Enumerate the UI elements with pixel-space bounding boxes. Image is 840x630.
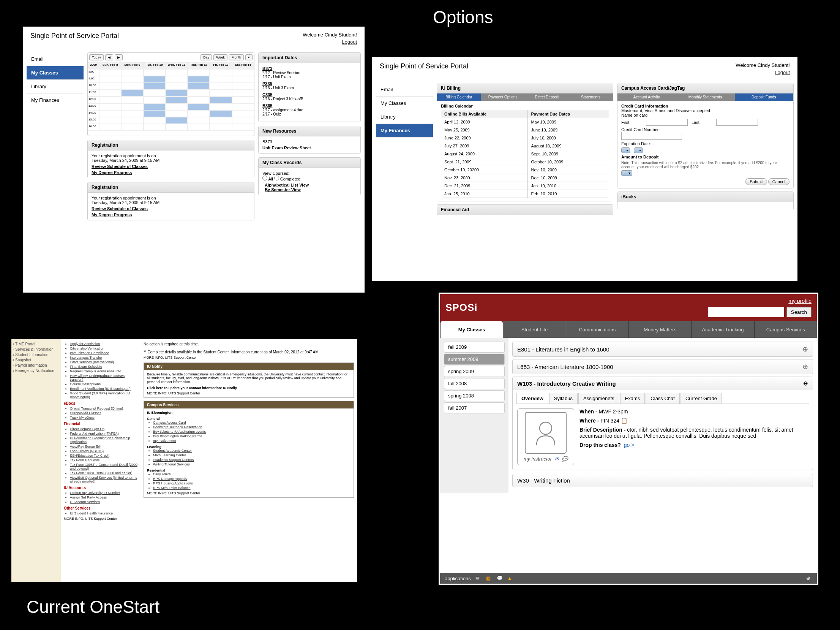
campus-link[interactable]: RPS Damage Appeals <box>153 477 351 481</box>
first-name-input[interactable] <box>646 119 688 126</box>
onestart-link[interactable]: Tax Form Requests <box>70 458 137 462</box>
card-tab-statements[interactable]: Monthly Statements <box>676 93 734 101</box>
course-subtab[interactable]: Syllabus <box>549 393 578 404</box>
onestart-link[interactable]: Citizenship Verification <box>70 347 137 350</box>
more-info-1[interactable]: MORE INFO: UITS Support Center <box>144 356 354 359</box>
bill-date[interactable]: August 24, 2009 <box>441 150 528 158</box>
nav-email[interactable]: Email <box>27 52 84 66</box>
chat-icon[interactable]: 💬 <box>562 456 568 462</box>
campus-link[interactable]: Buy Bloomington Parking Permit <box>153 434 351 438</box>
onestart-link[interactable]: Tax Form 1098T Detail (2008 and earlier) <box>70 471 137 475</box>
logout-link[interactable]: Logout <box>303 39 357 45</box>
submit-button[interactable]: Submit <box>745 178 767 185</box>
date-course[interactable]: P335 <box>262 81 357 86</box>
bill-date[interactable]: Sept. 21, 2009 <box>441 158 528 166</box>
term-item[interactable]: fall 2009 <box>444 342 505 353</box>
more-info-mid[interactable]: MORE INFO: UITS Support Center <box>64 517 137 521</box>
footer-expand-icon[interactable]: ⊕ <box>806 575 812 581</box>
campus-link[interactable]: Academic Support Centers <box>153 458 351 462</box>
more-info-3[interactable]: MORE INFO: UITS Support Center <box>147 491 351 495</box>
campus-link[interactable]: Campus Access Card <box>153 421 351 424</box>
onestart-link[interactable]: Track My eDocs <box>70 416 137 419</box>
radio-all[interactable]: All <box>262 177 273 181</box>
footer-applications[interactable]: applications <box>445 576 471 581</box>
exp-month-select[interactable]: ▾ <box>621 147 630 153</box>
billing-tab-payment[interactable]: Payment Options <box>481 93 525 101</box>
calendar-today-button[interactable]: Today <box>89 54 104 60</box>
bill-date[interactable]: July 27, 2009 <box>441 142 528 150</box>
drop-link[interactable]: go > <box>624 442 635 448</box>
main-tab[interactable]: Academic Tracking <box>691 321 754 338</box>
radio-completed[interactable]: Completed <box>274 177 300 181</box>
collapse-icon[interactable]: ⊖ <box>803 380 808 387</box>
new-resources-link[interactable]: Unit Exam Review Sheet <box>262 146 357 150</box>
cc-number-input[interactable] <box>621 132 682 140</box>
bill-date[interactable]: October 19, 20209 <box>441 166 528 174</box>
onestart-link[interactable]: View/Edit Optional Services (limited to … <box>70 476 137 483</box>
footer-mail-icon[interactable]: ✉ <box>475 575 482 581</box>
main-tab[interactable]: Communications <box>566 321 628 338</box>
onestart-nav-item[interactable]: › Payroll Information <box>13 363 59 367</box>
onestart-nav-item[interactable]: › Emergency Notification <box>13 369 59 373</box>
bill-date[interactable]: May 25, 2009 <box>441 126 528 134</box>
bill-date[interactable]: Jan. 25, 2010 <box>441 190 528 198</box>
main-tab[interactable]: Money Matters <box>628 321 691 338</box>
course-row-last[interactable]: W30 - Writing Fiction <box>512 474 813 487</box>
onestart-link[interactable]: Direct Deposit Sign Up <box>70 427 137 431</box>
main-tab[interactable]: Student Life <box>503 321 565 338</box>
campus-link[interactable]: Math Learning Center <box>153 453 351 457</box>
onestart-link[interactable]: eDrop/eAdd Classes <box>70 411 137 415</box>
campus-link[interactable]: Student Academic Center <box>153 449 351 453</box>
onestart-link[interactable]: IT Account Services <box>70 500 137 504</box>
course-subtab[interactable]: Assignmenets <box>578 393 619 404</box>
footer-doc-icon[interactable]: ▦ <box>486 575 492 581</box>
last-name-input[interactable] <box>716 119 758 126</box>
calendar-next-button[interactable]: ▶ <box>115 54 123 60</box>
main-tab[interactable]: Campus Services <box>754 321 817 338</box>
onestart-link[interactable]: iStart Services (International) <box>70 360 137 364</box>
card-tab-activity[interactable]: Account Activity <box>617 93 676 101</box>
campus-link[interactable]: RPS Meal Point Balance <box>153 486 351 490</box>
campus-link[interactable]: RPS Housing Applications <box>153 481 351 485</box>
more-info-2[interactable]: MORE INFO: UITS Support Center <box>147 391 351 395</box>
campus-link[interactable]: Buy tickets to IU Auditorium events <box>153 430 351 434</box>
bill-date[interactable]: Dec. 21, 2009 <box>441 182 528 190</box>
review-schedule-link[interactable]: Review Schedule of Classes <box>92 164 250 169</box>
course-row[interactable]: E301 - Literatures in English to 1600⊕ <box>512 342 813 357</box>
semester-view-link[interactable]: By Semester View <box>265 187 301 192</box>
nav-myclasses[interactable]: My Classes <box>27 66 84 80</box>
course-row[interactable]: L653 - American Literature 1800-1900⊕ <box>512 359 813 374</box>
onestart-link[interactable]: SSN/Education Tax Credit <box>70 454 137 457</box>
calendar-dropdown[interactable]: ▾ <box>245 54 253 60</box>
card-tab-deposit[interactable]: Deposit Funds <box>735 93 793 101</box>
bill-date[interactable]: April 12, 2009 <box>441 118 528 126</box>
onestart-link[interactable]: How will my Undergraduate courses transf… <box>70 374 137 381</box>
nav-library[interactable]: Library <box>27 80 84 93</box>
main-tab[interactable]: My Classes <box>440 321 503 338</box>
calendar-prev-button[interactable]: ◀ <box>105 54 113 60</box>
review-schedule-link-2[interactable]: Review Schedule of Classes <box>92 206 250 211</box>
onestart-link[interactable]: Request Campus Admissions Info <box>70 369 137 373</box>
nav-email-2[interactable]: Email <box>376 83 433 97</box>
my-profile-link[interactable]: my profile <box>788 298 812 304</box>
mail-icon[interactable]: ✉ <box>555 456 559 462</box>
onestart-link[interactable]: View/Pay Bursar Bill <box>70 445 137 448</box>
term-item[interactable]: spring 2008 <box>444 390 505 401</box>
logout-link-2[interactable]: Logout <box>736 70 790 75</box>
search-button[interactable]: Search <box>786 307 812 317</box>
onestart-link[interactable]: Immunization Compliance <box>70 351 137 355</box>
calendar-week-view[interactable]: Week <box>213 54 227 60</box>
onestart-link[interactable]: Loan History (NSLDS) <box>70 449 137 453</box>
term-item[interactable]: spring 2009 <box>444 366 505 377</box>
onestart-link[interactable]: Intercampus Transfer <box>70 356 137 359</box>
nav-myfinances-2[interactable]: My Finances <box>376 124 433 138</box>
onestart-link[interactable]: Federal Aid Application (FAFSA) <box>70 432 137 435</box>
date-course[interactable]: B373 <box>262 66 357 71</box>
term-item[interactable]: fall 2008 <box>444 378 505 389</box>
degree-progress-link-2[interactable]: My Degree Progress <box>92 212 250 217</box>
cancel-button[interactable]: Cancel <box>768 178 789 185</box>
term-item[interactable]: summer 2009 <box>444 354 505 365</box>
onestart-link[interactable]: Tax Form 1098T e-Consent and Detail (200… <box>70 463 137 470</box>
onestart-link[interactable]: Course Descriptions <box>70 382 137 386</box>
onestart-nav-item[interactable]: › Student Information <box>13 353 59 357</box>
